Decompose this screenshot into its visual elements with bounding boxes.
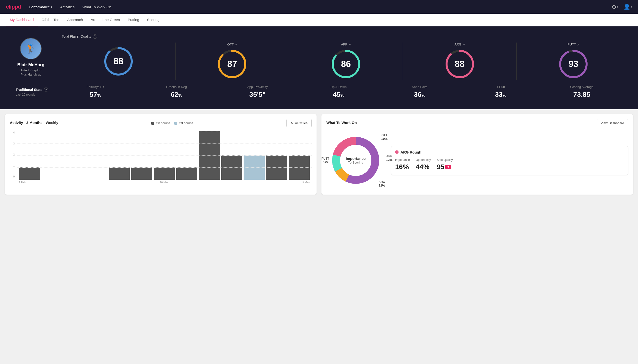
gauge-ott: OTT ↗ 87: [175, 42, 289, 80]
metric-opportunity: Opportunity 44%: [416, 158, 431, 171]
activity-card-title: Activity - 3 Months - Weekly: [10, 120, 58, 125]
donut-center-line2: To Scoring: [346, 160, 366, 164]
stat-label-gir: Greens In Reg: [136, 85, 217, 89]
gauge-value-putt: 93: [568, 59, 578, 69]
tab-approach[interactable]: Approach: [63, 14, 87, 26]
stat-greens-in-reg: Greens In Reg 62%: [136, 85, 217, 98]
all-activities-button[interactable]: All Activities: [286, 119, 312, 127]
gauge-value-ott: 87: [227, 59, 237, 69]
y-label-0: 0: [13, 175, 15, 178]
logo[interactable]: clippd: [6, 4, 21, 10]
hero-top: 🏌️ Blair McHarg United Kingdom Plus Hand…: [8, 34, 630, 80]
bottom-section: Activity - 3 Months - Weekly On course O…: [0, 109, 638, 200]
donut-section: Importance To Scoring PUTT 57% OTT 10% A…: [326, 131, 628, 190]
donut-label-arg: ARG 21%: [378, 180, 385, 187]
chevron-down-icon: ▾: [631, 6, 632, 8]
off-course-dot: [174, 122, 177, 125]
player-country: United Kingdom: [20, 68, 42, 72]
gauge-value-app: 86: [341, 59, 351, 69]
logo-text: clippd: [6, 4, 21, 10]
stat-label-prox: App. Proximity: [217, 85, 298, 89]
stat-value-sand: 36%: [379, 91, 460, 98]
chevron-down-icon: ▾: [617, 6, 618, 8]
tab-off-the-tee[interactable]: Off the Tee: [38, 14, 63, 26]
work-on-card: What To Work On View Dashboard: [321, 114, 633, 194]
stat-value-oneputt: 33%: [460, 91, 541, 98]
gauge-ring-putt: 93: [557, 48, 589, 80]
gauge-value-arg: 88: [455, 59, 465, 69]
tab-putting[interactable]: Putting: [124, 14, 143, 26]
bar-on-1: [19, 168, 40, 180]
stats-label-col: Traditional Stats ? Last 20 rounds: [16, 88, 55, 96]
donut-chart: Importance To Scoring PUTT 57% OTT 10% A…: [326, 131, 385, 190]
stat-up-and-down: Up & Down 45%: [298, 85, 379, 98]
tab-scoring[interactable]: Scoring: [143, 14, 163, 26]
legend-on-course: On course: [151, 121, 170, 125]
donut-label-putt: PUTT 57%: [321, 157, 329, 164]
info-card-title: ARG Rough: [395, 150, 624, 154]
gauge-ring-ott: 87: [216, 48, 248, 80]
add-button[interactable]: ⊕ ▾: [610, 2, 619, 11]
y-label-4: 4: [13, 131, 15, 134]
gauge-putt: PUTT ↗ 93: [516, 42, 630, 80]
gauge-label-ott: OTT ↗: [227, 42, 237, 46]
stat-sand-save: Sand Save 36%: [379, 85, 460, 98]
gauge-total: 88: [62, 46, 175, 77]
gauge-label-app: APP ↗: [341, 42, 351, 46]
tab-around-the-green[interactable]: Around the Green: [87, 14, 124, 26]
x-label-mar: 28 Mar: [160, 181, 168, 184]
metric-importance: Importance 16%: [395, 158, 410, 171]
grid-line-4: [17, 131, 312, 131]
stat-label-fairways: Fairways Hit: [55, 85, 136, 89]
stat-value-prox: 35'5": [217, 91, 298, 98]
help-icon[interactable]: ?: [93, 34, 97, 38]
stats-help-icon[interactable]: ?: [44, 88, 48, 92]
y-label-1: 1: [13, 164, 15, 167]
stats-title: Traditional Stats ?: [16, 88, 55, 92]
nav-what-to-work-on[interactable]: What To Work On: [83, 5, 111, 9]
stat-label-oneputt: 1 Putt: [460, 85, 541, 89]
gauge-ring-total: 88: [103, 46, 134, 77]
stat-one-putt: 1 Putt 33%: [460, 85, 541, 98]
stats-subtitle: Last 20 rounds: [16, 93, 55, 96]
grid-line-3: [17, 143, 312, 144]
chart-grid: [17, 131, 312, 180]
on-course-dot: [151, 122, 154, 125]
stat-label-sand: Sand Save: [379, 85, 460, 89]
player-name: Blair McHarg: [17, 62, 44, 68]
shot-quality-value: 95 ▼: [437, 163, 453, 171]
user-menu-button[interactable]: 👤 ▾: [623, 2, 632, 11]
legend-off-course: Off course: [174, 121, 193, 125]
nav-performance[interactable]: Performance ▾: [29, 5, 52, 9]
activity-title-group: Activity - 3 Months - Weekly: [10, 120, 58, 126]
arrow-icon-arg: ↗: [463, 43, 465, 46]
gauge-ring-arg: 88: [444, 48, 476, 80]
stat-label-scoring: Scoring Average: [541, 85, 622, 89]
opportunity-value: 44%: [416, 163, 431, 171]
arrow-icon-ott: ↗: [235, 43, 237, 46]
player-handicap: Plus Handicap: [21, 72, 41, 76]
quality-section: Total Player Quality ? 88: [62, 34, 630, 80]
activity-card-header: Activity - 3 Months - Weekly On course O…: [10, 119, 312, 127]
y-label-2: 2: [13, 153, 15, 156]
shot-quality-label: Shot Quality: [437, 158, 453, 162]
bar-on-6: [131, 168, 152, 180]
x-labels: 7 Feb 28 Mar 9 May: [17, 180, 312, 184]
chart-legend: On course Off course: [151, 121, 193, 125]
nav-activities[interactable]: Activities: [60, 5, 75, 9]
arg-rough-info-card: ARG Rough Importance 16% Opportunity 44%: [391, 146, 628, 175]
opportunity-label: Opportunity: [416, 158, 431, 162]
y-label-3: 3: [13, 142, 15, 145]
stat-fairways-hit: Fairways Hit 57%: [55, 85, 136, 98]
gauge-label-arg: ARG ↗: [454, 42, 465, 46]
view-dashboard-button[interactable]: View Dashboard: [597, 119, 628, 127]
y-axis: 4 3 2 1 0: [10, 131, 16, 178]
user-icon: 👤: [623, 4, 630, 10]
tab-my-dashboard[interactable]: My Dashboard: [6, 14, 38, 26]
bar-chart-wrapper: 4 3 2 1 0: [10, 131, 312, 184]
arrow-icon-app: ↗: [348, 43, 351, 46]
gauge-arg: ARG ↗ 88: [403, 42, 517, 80]
nav-links: Performance ▾ Activities What To Work On: [29, 5, 111, 9]
quality-title: Total Player Quality ?: [62, 34, 630, 38]
donut-label-ott: OTT 10%: [381, 134, 387, 140]
